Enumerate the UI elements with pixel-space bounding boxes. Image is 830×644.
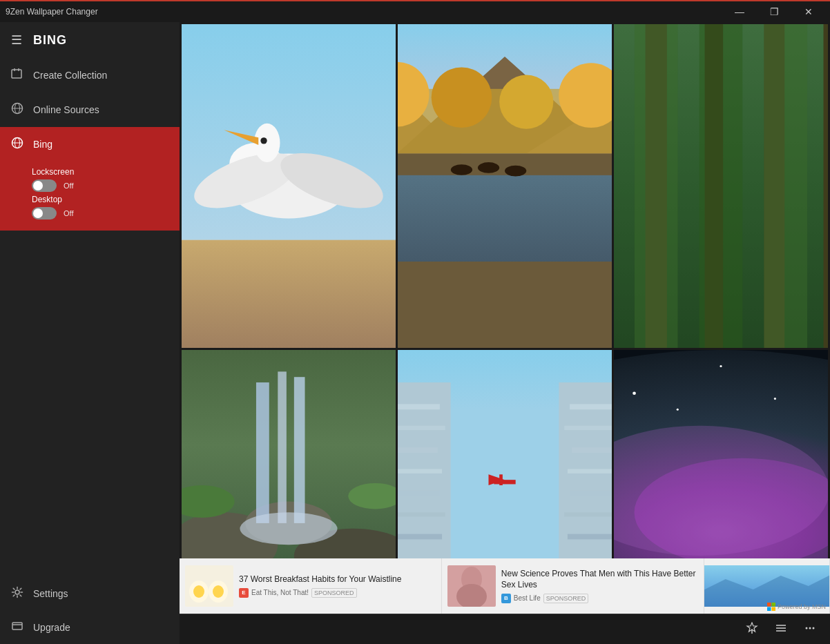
titlebar-controls: — ❐ ✕: [724, 1, 824, 23]
svg-rect-58: [294, 377, 305, 523]
ad-item-2[interactable]: New Science Proves That Men with This Ha…: [442, 558, 704, 614]
image-grid-wrapper: ▲▲▲▲▲▲▲▲▲▲▲▲▲▲▲▲▲▲▲▲▲▲▲▲▲▲: [180, 22, 830, 558]
content-area: ▲▲▲▲▲▲▲▲▲▲▲▲▲▲▲▲▲▲▲▲▲▲▲▲▲▲: [180, 22, 830, 644]
powered-by-text: Powered by MSN: [778, 603, 826, 610]
image-cell-forest[interactable]: [614, 24, 828, 348]
image-row-1: [182, 24, 828, 348]
ad-content-2: New Science Proves That Men with This Ha…: [501, 569, 698, 603]
upgrade-icon: [11, 620, 23, 634]
ad-content-1: 37 Worst Breakfast Habits for Your Waist…: [239, 574, 436, 598]
ad-title-2: New Science Proves That Men with This Ha…: [501, 569, 698, 590]
lockscreen-label: Lockscreen: [32, 167, 87, 177]
lockscreen-toggle[interactable]: [32, 179, 57, 192]
svg-point-147: [213, 585, 224, 598]
svg-rect-153: [767, 603, 771, 607]
bing-source-header[interactable]: Bing: [0, 127, 180, 162]
svg-rect-76: [570, 491, 612, 496]
upgrade-label: Upgrade: [33, 622, 70, 633]
desktop-off-label: Off: [64, 209, 73, 217]
sidebar-item-upgrade[interactable]: Upgrade: [0, 610, 180, 644]
svg-rect-70: [398, 534, 442, 540]
svg-rect-49: [764, 24, 808, 348]
settings-label: Settings: [33, 588, 68, 599]
image-cell-pelican[interactable]: [182, 24, 396, 348]
ad-source-logo-1: E: [239, 588, 249, 598]
bottom-toolbar: [180, 614, 830, 644]
svg-rect-68: [398, 491, 440, 496]
image-cell-river[interactable]: [398, 24, 612, 348]
ad-sponsored-2: SPONSORED: [543, 594, 589, 603]
app-title: 9Zen Wallpaper Changer: [6, 7, 98, 17]
ad-sponsored-1: SPONSORED: [311, 588, 357, 598]
svg-rect-78: [568, 534, 612, 540]
lockscreen-toggle-row: Lockscreen: [32, 167, 168, 177]
sidebar-item-settings[interactable]: Settings: [0, 576, 180, 610]
svg-point-9: [15, 590, 19, 594]
image-cell-canyon[interactable]: [398, 350, 612, 558]
svg-point-85: [633, 391, 636, 395]
create-collection-label: Create Collection: [33, 70, 107, 81]
msn-icon: [767, 603, 775, 611]
maximize-button[interactable]: ❐: [758, 1, 790, 23]
svg-rect-56: [256, 382, 269, 523]
image-row-2: [182, 350, 828, 558]
minimize-button[interactable]: —: [724, 1, 755, 23]
desktop-switch-row: Off: [32, 207, 168, 219]
ad-source-name-2: Best Life: [514, 594, 541, 602]
svg-rect-74: [572, 447, 612, 453]
ad-bar: 37 Worst Breakfast Habits for Your Waist…: [180, 558, 830, 614]
sidebar-item-create-collection[interactable]: Create Collection: [0, 58, 180, 92]
svg-rect-77: [564, 512, 612, 516]
ad-title-1: 37 Worst Breakfast Habits for Your Waist…: [239, 574, 436, 585]
svg-rect-57: [278, 371, 287, 523]
svg-rect-64: [398, 404, 440, 409]
bing-toggles: Lockscreen Off Desktop Off: [0, 162, 180, 231]
desktop-label: Desktop: [32, 195, 87, 204]
hamburger-icon[interactable]: ☰: [11, 32, 22, 48]
svg-rect-81: [499, 474, 503, 485]
desktop-toggle[interactable]: [32, 207, 57, 219]
more-icon: [804, 622, 816, 634]
ad-item-1[interactable]: 37 Worst Breakfast Habits for Your Waist…: [180, 558, 442, 614]
main-layout: ☰ BING Create Collection: [0, 22, 830, 644]
svg-point-145: [193, 585, 204, 598]
image-cell-galaxy[interactable]: [614, 350, 828, 558]
svg-rect-80: [494, 480, 515, 484]
lockscreen-switch-row: Off: [32, 179, 168, 192]
svg-rect-10: [12, 623, 22, 630]
pin-button[interactable]: [740, 618, 764, 641]
sidebar: ☰ BING Create Collection: [0, 22, 180, 644]
svg-point-28: [499, 75, 553, 128]
svg-rect-32: [398, 175, 612, 262]
svg-point-34: [478, 162, 499, 173]
svg-point-162: [809, 627, 811, 629]
ad-thumb-1: [185, 565, 233, 607]
list-icon: [775, 622, 787, 634]
list-view-button[interactable]: [769, 618, 793, 641]
svg-point-91: [774, 398, 776, 400]
ad-source-2: B Best Life SPONSORED: [501, 594, 698, 603]
svg-point-27: [432, 68, 492, 128]
svg-rect-69: [398, 512, 445, 516]
bing-icon: [11, 137, 23, 152]
sidebar-item-online-sources[interactable]: Online Sources: [0, 92, 180, 127]
bing-source: Bing Lockscreen Off Desktop: [0, 127, 180, 231]
svg-rect-0: [12, 70, 21, 78]
ad-powered-label: Powered by MSN: [767, 603, 826, 611]
svg-rect-73: [564, 426, 612, 430]
svg-rect-48: [699, 24, 743, 348]
settings-icon: [11, 586, 23, 601]
titlebar: 9Zen Wallpaper Changer — ❐ ✕: [0, 0, 830, 22]
svg-rect-72: [570, 404, 612, 409]
titlebar-left: 9Zen Wallpaper Changer: [6, 7, 98, 17]
svg-rect-47: [635, 24, 678, 348]
bing-source-label: Bing: [33, 139, 52, 150]
more-options-button[interactable]: [798, 618, 822, 641]
rows-container: ▲▲▲▲▲▲▲▲▲▲▲▲▲▲▲▲▲▲▲▲▲▲▲▲▲▲: [180, 22, 830, 558]
close-button[interactable]: ✕: [793, 1, 824, 23]
svg-rect-75: [568, 469, 612, 474]
ad-source-name-1: Eat This, Not That!: [251, 589, 309, 596]
svg-point-86: [720, 365, 722, 367]
image-cell-waterfall[interactable]: [182, 350, 396, 558]
svg-rect-156: [771, 607, 775, 612]
